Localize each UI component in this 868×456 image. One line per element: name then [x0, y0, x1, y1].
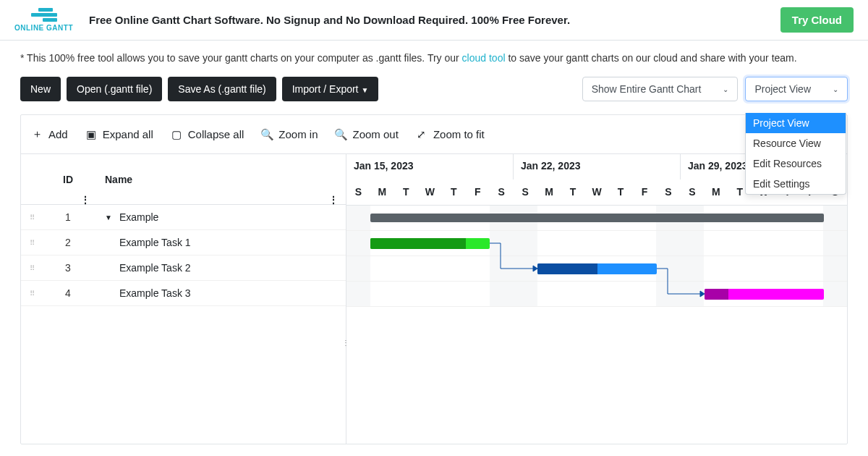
col-id-header[interactable]: ID: [63, 174, 73, 185]
logo-text: ONLINE GANTT: [14, 24, 73, 32]
row-id: 1: [43, 211, 93, 223]
zoom-fit-icon: ⤢: [416, 129, 427, 140]
table-row[interactable]: ⠿ 1 ▼ Example: [21, 205, 346, 230]
open-button[interactable]: Open (.gantt file): [67, 77, 162, 101]
plus-icon: ＋: [31, 129, 43, 140]
zoom-in-button[interactable]: 🔍Zoom in: [261, 128, 318, 140]
timeline-day: W: [418, 180, 442, 205]
timeline-day: S: [346, 180, 370, 205]
chart-row: [346, 231, 847, 256]
cloud-tool-link[interactable]: cloud tool: [462, 52, 506, 64]
table-row[interactable]: ⠿ 3 Example Task 2: [21, 256, 346, 281]
col-name-header[interactable]: Name: [105, 174, 132, 185]
timeline-week: Jan 22, 2023: [514, 154, 681, 180]
row-id: 3: [43, 262, 93, 274]
task-bar[interactable]: [370, 238, 490, 249]
logo-bars-icon: [31, 8, 57, 22]
zoom-out-button[interactable]: 🔍Zoom out: [336, 128, 399, 140]
chart-row: [346, 256, 847, 282]
drag-handle-icon[interactable]: ⠿: [21, 214, 43, 221]
import-export-button[interactable]: Import / Export▼: [282, 77, 379, 101]
timeline-day: F: [466, 180, 490, 205]
save-as-button[interactable]: Save As (.gantt file): [168, 77, 276, 101]
expand-all-button[interactable]: ▣Expand all: [85, 128, 153, 140]
logo[interactable]: ONLINE GANTT: [14, 8, 73, 32]
view-select[interactable]: Project View ⌄: [745, 77, 848, 101]
timeline-day: M: [537, 180, 561, 205]
kebab-icon[interactable]: ⋮: [328, 194, 339, 206]
task-bar[interactable]: [705, 289, 824, 300]
table-row[interactable]: ⠿ 4 Example Task 3: [21, 281, 346, 306]
chart-row: [346, 282, 847, 307]
chevron-down-icon: ⌄: [833, 85, 838, 93]
timeline-day: W: [585, 180, 609, 205]
row-name[interactable]: ▼ Example: [93, 211, 346, 223]
view-dropdown: Project ViewResource ViewEdit ResourcesE…: [745, 113, 846, 195]
note-suffix: to save your gantt charts on our cloud a…: [506, 52, 797, 64]
timeline-day: T: [442, 180, 466, 205]
row-id: 2: [43, 237, 93, 248]
kebab-icon[interactable]: ⋮: [80, 194, 90, 206]
tagline: Free Online Gantt Chart Software. No Sig…: [89, 14, 570, 26]
try-cloud-button[interactable]: Try Cloud: [780, 7, 854, 33]
chevron-down-icon: ⌄: [723, 85, 728, 93]
drag-handle-icon[interactable]: ⠿: [21, 239, 43, 247]
row-name[interactable]: Example Task 1: [93, 237, 346, 248]
timeline-day: T: [608, 180, 632, 205]
caret-down-icon[interactable]: ▼: [105, 214, 112, 221]
timeline-day: S: [680, 180, 704, 205]
note-prefix: * This 100% free tool allows you to save…: [20, 52, 462, 64]
task-bar[interactable]: [537, 263, 657, 274]
zoom-fit-button[interactable]: ⤢Zoom to fit: [416, 128, 485, 140]
zoom-out-icon: 🔍: [336, 129, 347, 140]
collapse-all-button[interactable]: ▢Collapse all: [171, 128, 244, 140]
timeline-day: F: [632, 180, 656, 205]
caret-down-icon: ▼: [362, 86, 369, 94]
add-button[interactable]: ＋Add: [31, 128, 68, 140]
chart-row: [346, 206, 847, 231]
row-name[interactable]: Example Task 3: [93, 287, 346, 299]
summary-bar[interactable]: [370, 214, 824, 222]
timeline-day: M: [370, 180, 394, 205]
view-option[interactable]: Edit Resources: [746, 153, 846, 174]
expand-icon: ▣: [85, 129, 97, 140]
timeline-week: Jan 15, 2023: [346, 154, 514, 180]
timeline-day: M: [704, 180, 728, 205]
new-button[interactable]: New: [20, 77, 61, 101]
timeline-day: T: [561, 180, 585, 205]
row-id: 4: [43, 287, 93, 299]
table-row[interactable]: ⠿ 2 Example Task 1: [21, 230, 346, 256]
view-option[interactable]: Edit Settings: [746, 174, 846, 194]
view-option[interactable]: Project View: [746, 113, 846, 133]
row-name[interactable]: Example Task 2: [93, 262, 346, 274]
drag-handle-icon[interactable]: ⠿: [21, 264, 43, 272]
info-note: * This 100% free tool allows you to save…: [0, 41, 868, 77]
timeline-day: S: [490, 180, 514, 205]
timeline-day: S: [514, 180, 537, 205]
drag-handle-icon[interactable]: ⠿: [21, 290, 43, 297]
zoom-in-icon: 🔍: [261, 129, 273, 140]
timeline-day: T: [394, 180, 418, 205]
view-option[interactable]: Resource View: [746, 133, 846, 153]
timeline-day: S: [656, 180, 680, 205]
collapse-icon: ▢: [171, 129, 182, 140]
show-entire-select[interactable]: Show Entire Gantt Chart ⌄: [582, 77, 739, 101]
